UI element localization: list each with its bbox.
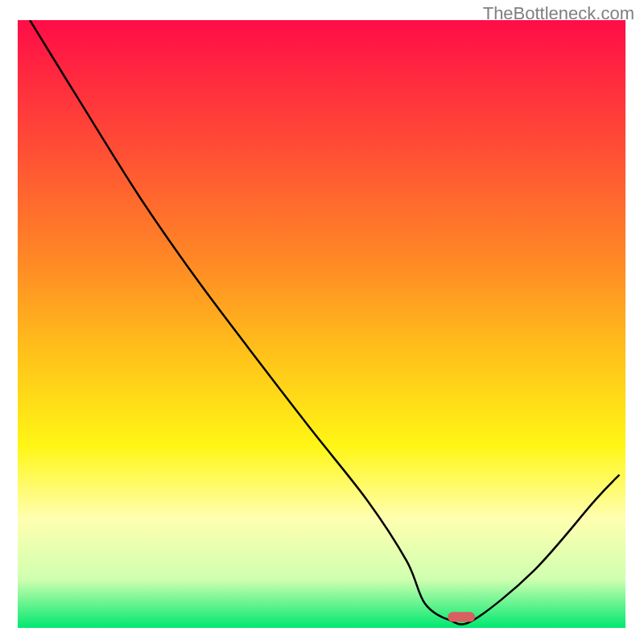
chart-container	[18, 20, 625, 628]
optimal-marker	[448, 612, 475, 621]
gradient-background	[18, 20, 625, 628]
chart-svg	[18, 20, 625, 628]
